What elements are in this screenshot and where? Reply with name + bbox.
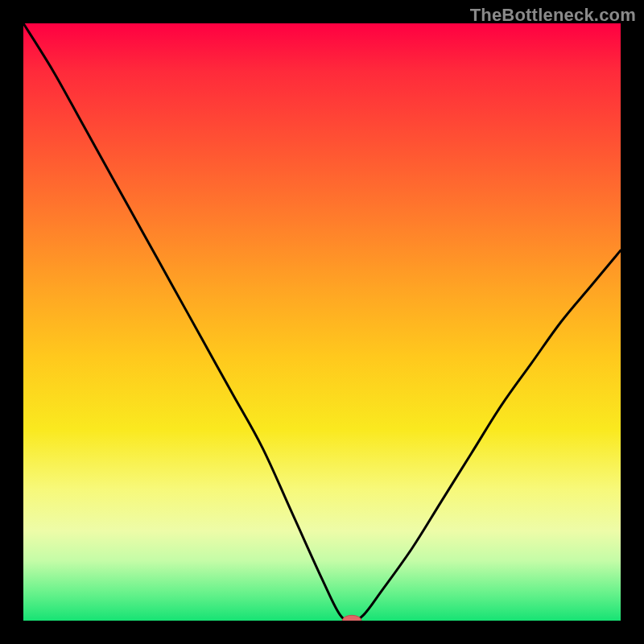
curve-layer (23, 23, 621, 621)
chart-frame: TheBottleneck.com (0, 0, 644, 644)
watermark-text: TheBottleneck.com (470, 5, 636, 26)
plot-area (23, 23, 621, 621)
bottleneck-curve (23, 23, 621, 621)
optimal-point-marker (342, 615, 361, 621)
